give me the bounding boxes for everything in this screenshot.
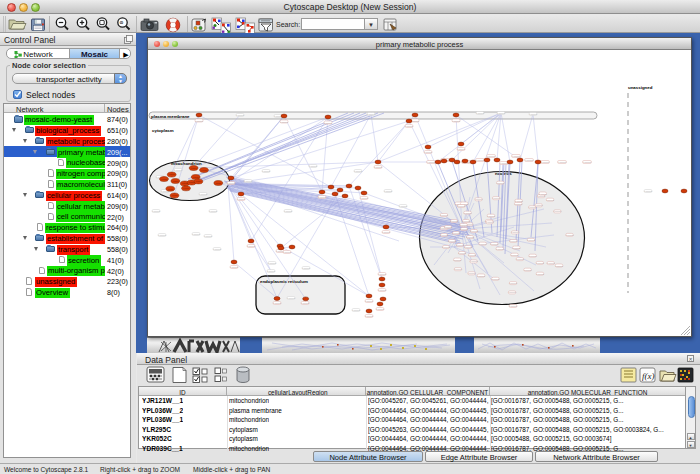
- svg-text:Yxxxxx: Yxxxxx: [273, 302, 282, 305]
- svg-text:Yxxxxx: Yxxxxx: [324, 122, 333, 125]
- svg-text:Yxxxxx: Yxxxxx: [378, 289, 387, 292]
- svg-text:Yxxxxx: Yxxxxx: [487, 215, 496, 218]
- svg-text:Yxxxx: Yxxxx: [167, 188, 174, 190]
- svg-text:Yxxxxx: Yxxxxx: [511, 231, 520, 234]
- svg-text:⊙: ⊙: [120, 20, 124, 25]
- svg-text:Yxxxxx: Yxxxxx: [476, 159, 485, 162]
- svg-text:Yxxxxx: Yxxxxx: [457, 205, 466, 208]
- svg-text:Yxxxxx: Yxxxxx: [213, 248, 222, 251]
- svg-text:Yxxxxx: Yxxxxx: [262, 170, 271, 173]
- svg-text:Yxxxxx: Yxxxxx: [470, 230, 479, 233]
- svg-text:Yxxxxx: Yxxxxx: [470, 260, 479, 263]
- svg-text:Yxxxxx: Yxxxxx: [152, 210, 161, 213]
- svg-text:Yxxxxx: Yxxxxx: [583, 161, 592, 164]
- svg-text:Yxxxxx: Yxxxxx: [460, 228, 469, 231]
- svg-text:Yxxxxx: Yxxxxx: [384, 190, 393, 193]
- svg-text:Yxxxxx: Yxxxxx: [516, 258, 525, 261]
- svg-text:Yxxxxx: Yxxxxx: [490, 243, 499, 246]
- svg-text:Yxxxxx: Yxxxxx: [527, 239, 536, 242]
- svg-text:Yxxxxx: Yxxxxx: [204, 235, 213, 238]
- svg-text:Yxxxxx: Yxxxxx: [411, 120, 420, 123]
- svg-text:endoplasmic reticulum: endoplasmic reticulum: [260, 279, 308, 284]
- svg-text:Yxxxxx: Yxxxxx: [230, 266, 239, 269]
- svg-text:Yxxxxx: Yxxxxx: [539, 193, 548, 196]
- svg-text:Yxxxxx: Yxxxxx: [450, 220, 459, 223]
- svg-text:Yxxxxx: Yxxxxx: [492, 197, 501, 200]
- svg-text:Yxxxxx: Yxxxxx: [284, 210, 293, 213]
- svg-text:Yxxxxx: Yxxxxx: [509, 282, 518, 285]
- svg-text:Yxxxxx: Yxxxxx: [365, 300, 374, 303]
- svg-text:Yxxxxx: Yxxxxx: [195, 120, 204, 123]
- svg-text:Yxxxxx: Yxxxxx: [486, 221, 495, 224]
- svg-text:Yxxxxx: Yxxxxx: [510, 254, 519, 257]
- svg-text:Yxxxxx: Yxxxxx: [302, 267, 311, 270]
- svg-text:Yxxxxx: Yxxxxx: [352, 309, 361, 312]
- svg-text:Yxxxxx: Yxxxxx: [378, 273, 387, 276]
- svg-text:Yxxxxx: Yxxxxx: [158, 234, 167, 237]
- svg-text:Yxxxxx: Yxxxxx: [444, 226, 453, 229]
- svg-text:Yxxxxx: Yxxxxx: [479, 243, 488, 246]
- svg-text:Yxxxx: Yxxxx: [201, 169, 208, 171]
- svg-text:cytoplasm: cytoplasm: [152, 128, 174, 133]
- svg-text:Yxxxxx: Yxxxxx: [174, 169, 183, 172]
- svg-text:Yxxxxx: Yxxxxx: [460, 224, 469, 227]
- svg-text:Yxxxx: Yxxxx: [191, 167, 198, 169]
- svg-text:Yxxxxx: Yxxxxx: [547, 262, 556, 265]
- svg-text:Yxxxxx: Yxxxxx: [536, 262, 545, 265]
- svg-text:Yxxxxx: Yxxxxx: [468, 254, 477, 257]
- svg-text:f(x): f(x): [642, 371, 655, 381]
- svg-text:unassigned: unassigned: [628, 85, 653, 90]
- svg-text:Yxxxxx: Yxxxxx: [644, 190, 653, 193]
- svg-text:Yxxxxx: Yxxxxx: [496, 248, 505, 251]
- svg-text:Yxxxxx: Yxxxxx: [283, 251, 292, 254]
- svg-text:Yxxxxx: Yxxxxx: [458, 252, 467, 255]
- svg-text:Yxxxxx: Yxxxxx: [558, 161, 567, 164]
- svg-text:Yxxxx: Yxxxx: [172, 180, 179, 182]
- svg-text:Yxxxxx: Yxxxxx: [497, 112, 506, 115]
- svg-text:Yxxxxx: Yxxxxx: [509, 305, 518, 308]
- svg-text:Yxxxxx: Yxxxxx: [247, 245, 256, 248]
- svg-text:Yxxxxx: Yxxxxx: [301, 302, 310, 305]
- svg-text:Yxxxxx: Yxxxxx: [268, 262, 277, 265]
- svg-text:Yxxxxx: Yxxxxx: [491, 278, 500, 281]
- svg-text:Yxxxxx: Yxxxxx: [453, 259, 462, 262]
- svg-text:Yxxxxx: Yxxxxx: [399, 205, 408, 208]
- svg-text:Yxxxxx: Yxxxxx: [487, 155, 496, 158]
- svg-text:Yxxxxx: Yxxxxx: [524, 269, 533, 272]
- svg-text:Yxxxxx: Yxxxxx: [462, 220, 471, 223]
- svg-text:Yxxxxx: Yxxxxx: [508, 291, 517, 294]
- svg-text:Yxxxxx: Yxxxxx: [477, 275, 486, 278]
- svg-text:Yxxxxx: Yxxxxx: [529, 113, 538, 116]
- svg-text:Yxxxx: Yxxxx: [183, 187, 190, 189]
- svg-text:Yxxxxx: Yxxxxx: [354, 170, 363, 173]
- svg-text:Yxxxxx: Yxxxxx: [512, 155, 521, 158]
- svg-text:Yxxxx: Yxxxx: [172, 194, 179, 196]
- svg-text:Yxxxxx: Yxxxxx: [448, 240, 457, 243]
- svg-text:Yxxxxx: Yxxxxx: [466, 236, 475, 239]
- svg-text:Yxxxxx: Yxxxxx: [227, 182, 236, 185]
- svg-text:Yxxxxx: Yxxxxx: [537, 195, 546, 198]
- svg-text:Yxxxxx: Yxxxxx: [452, 120, 461, 123]
- svg-text:Yxxxxx: Yxxxxx: [192, 233, 201, 236]
- svg-text:Yxxxxx: Yxxxxx: [496, 182, 505, 185]
- svg-text:Yxxxxx: Yxxxxx: [464, 246, 473, 249]
- svg-text:Yxxxxx: Yxxxxx: [553, 210, 562, 213]
- svg-text:Yxxxxx: Yxxxxx: [287, 297, 296, 300]
- svg-text:Yxxxx: Yxxxx: [161, 178, 168, 180]
- svg-text:Yxxxxx: Yxxxxx: [267, 270, 276, 273]
- svg-text:Yxxxx: Yxxxx: [195, 180, 202, 182]
- svg-text:Yxxxx: Yxxxx: [193, 176, 200, 178]
- svg-text:Yxxxxx: Yxxxxx: [452, 232, 461, 235]
- svg-text:Yxxxxx: Yxxxxx: [209, 210, 218, 213]
- svg-text:Yxxxx: Yxxxx: [215, 182, 222, 184]
- svg-text:Yxxxxx: Yxxxxx: [535, 204, 544, 207]
- svg-text:Yxxxxx: Yxxxxx: [405, 125, 414, 128]
- svg-text:Yxxxxx: Yxxxxx: [525, 159, 534, 162]
- svg-text:Yxxxxx: Yxxxxx: [566, 234, 575, 237]
- svg-text:Yxxxx: Yxxxx: [189, 181, 196, 183]
- svg-text:Yxxxxx: Yxxxxx: [382, 231, 391, 234]
- svg-text:Yxxxxx: Yxxxxx: [360, 197, 369, 200]
- svg-text:Yxxxx: Yxxxx: [169, 173, 176, 175]
- svg-text:Yxxxx: Yxxxx: [182, 182, 189, 184]
- svg-text:Yxxxxx: Yxxxxx: [442, 246, 451, 249]
